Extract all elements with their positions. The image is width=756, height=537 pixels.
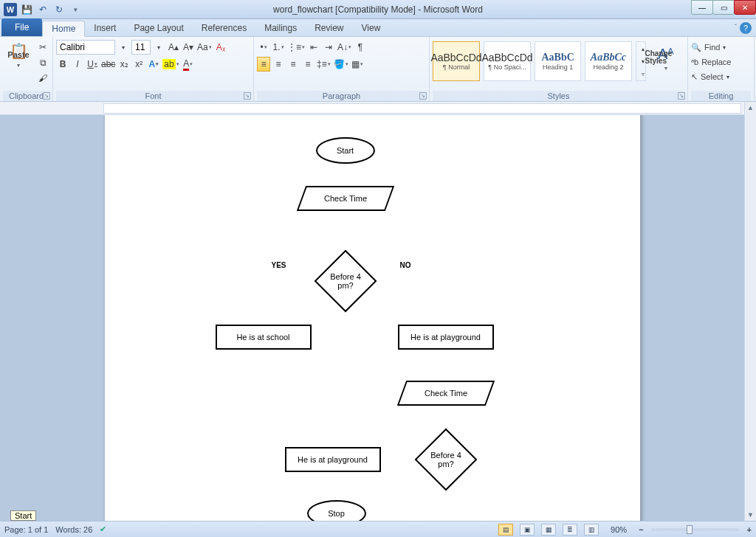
zoom-slider[interactable] [651,528,740,531]
group-label-paragraph: Paragraph [257,91,426,101]
text-effects-icon[interactable]: A [147,57,160,72]
font-size-dd-icon[interactable]: ▾ [152,40,165,55]
view-draft-icon[interactable]: ▥ [584,524,599,536]
tab-insert[interactable]: Insert [85,20,125,36]
format-painter-icon[interactable]: 🖌 [36,71,49,86]
tab-page-layout[interactable]: Page Layout [125,20,192,36]
tab-mailings[interactable]: Mailings [255,20,306,36]
styles-launcher[interactable]: ↘ [678,92,685,100]
terminator-stop: Stop [307,500,366,521]
line-spacing-icon[interactable]: ‡≡ [316,57,331,72]
tab-view[interactable]: View [353,20,390,36]
copy-icon[interactable]: ⧉ [36,55,49,70]
replace-button[interactable]: ᵃbReplace [691,55,731,69]
justify-icon[interactable]: ≡ [301,57,315,72]
numbering-icon[interactable]: 1. [272,40,285,55]
bullets-icon[interactable]: • [257,40,270,55]
font-color-icon[interactable]: A [182,57,195,72]
window-title: word_flowchart [Compatibility Mode] - Mi… [273,4,483,15]
scroll-up-icon[interactable]: ▲ [745,102,756,114]
help-icon[interactable]: ? [740,22,752,34]
select-button[interactable]: ↖Select▾ [691,70,731,83]
zoom-level[interactable]: 90% [611,525,627,534]
document-area: Start Check Time Before 4 pm? YES NO He … [0,115,744,521]
style-name: Heading 2 [593,63,623,71]
cut-icon[interactable]: ✂ [36,40,49,55]
style-heading2[interactable]: AaBbCc Heading 2 [585,41,631,81]
file-tab[interactable]: File [1,18,42,36]
redo-icon[interactable]: ↻ [52,2,66,17]
process-playground-1: He is at playground [398,325,494,350]
qat-customize-icon[interactable]: ▾ [68,2,83,17]
highlight-icon[interactable]: ab [162,57,179,72]
tab-home[interactable]: Home [42,21,85,37]
scroll-down-icon[interactable]: ▼ [745,509,756,521]
multilevel-icon[interactable]: ⋮≡ [286,40,306,55]
process-school: He is at school [216,325,312,350]
change-case-icon[interactable]: Aa [196,40,213,55]
sort-icon[interactable]: A↓ [337,40,352,55]
change-styles-button[interactable]: Aᴬ Change Styles ▾ [648,41,684,72]
decision-before-4pm-2: Before 4 pm? [414,429,477,491]
group-font: Calibri ▾ 11 ▾ A▴ A▾ Aa Aᵪ B I U abc x₂ … [53,37,254,101]
maximize-button[interactable]: ▭ [712,0,735,15]
paragraph-launcher[interactable]: ↘ [419,92,427,100]
vertical-scrollbar[interactable]: ▲ ▼ [744,102,756,521]
view-full-screen-icon[interactable]: ▣ [520,524,535,536]
replace-icon: ᵃb [691,58,698,67]
view-outline-icon[interactable]: ≣ [563,524,577,536]
style-heading1[interactable]: AaBbC Heading 1 [535,41,581,81]
view-web-icon[interactable]: ▦ [541,524,556,536]
status-proofing-icon[interactable]: ✔ [100,524,106,534]
paste-label: Paste [7,50,29,59]
font-name-dd-icon[interactable]: ▾ [117,40,130,55]
align-center-icon[interactable]: ≡ [272,57,285,72]
tab-references[interactable]: References [193,20,255,36]
strike-button[interactable]: abc [100,57,116,72]
minimize-ribbon-icon[interactable]: ˇ [735,24,737,32]
undo-icon[interactable]: ↶ [35,2,50,17]
align-left-icon[interactable]: ≡ [257,57,270,72]
font-size-input[interactable]: 11 [131,40,151,55]
shading-icon[interactable]: 🪣 [333,57,349,72]
group-label-editing: Editing [691,91,751,101]
clipboard-launcher[interactable]: ↘ [43,92,50,100]
paste-button[interactable]: 📋 Paste ▾ [3,38,34,69]
horizontal-ruler[interactable] [0,102,756,115]
view-print-layout-icon[interactable]: ▤ [498,524,513,536]
style-no-spacing[interactable]: AaBbCcDd ¶ No Spaci... [484,41,531,81]
zoom-in-icon[interactable]: + [747,525,752,534]
save-icon[interactable]: 💾 [19,2,34,17]
increase-indent-icon[interactable]: ⇥ [322,40,335,55]
shrink-font-icon[interactable]: A▾ [182,40,195,55]
borders-icon[interactable]: ▦ [351,57,364,72]
find-icon: 🔍 [691,43,701,52]
bold-button[interactable]: B [56,57,69,72]
grow-font-icon[interactable]: A▴ [167,40,180,55]
style-name: ¶ Normal [443,63,470,71]
app-icon: W [3,2,18,17]
style-normal[interactable]: AaBbCcDd ¶ Normal [433,41,480,81]
subscript-button[interactable]: x₂ [117,57,131,72]
superscript-button[interactable]: x² [132,57,145,72]
font-launcher[interactable]: ↘ [244,92,251,100]
status-page[interactable]: Page: 1 of 1 [4,525,48,534]
font-name-input[interactable]: Calibri [56,40,115,55]
tab-review[interactable]: Review [306,20,352,36]
minimize-button[interactable]: — [691,0,713,15]
align-right-icon[interactable]: ≡ [286,57,300,72]
zoom-out-icon[interactable]: − [639,525,643,534]
show-marks-icon[interactable]: ¶ [354,40,367,55]
document-page[interactable]: Start Check Time Before 4 pm? YES NO He … [105,115,640,521]
close-button[interactable]: ✕ [734,0,756,15]
ribbon-tabs: File Home Insert Page Layout References … [0,19,756,37]
decrease-indent-icon[interactable]: ⇤ [307,40,320,55]
find-button[interactable]: 🔍Find▾ [691,41,731,54]
clear-formatting-icon[interactable]: Aᵪ [214,40,227,55]
status-words[interactable]: Words: 26 [55,525,92,534]
underline-button[interactable]: U [86,57,99,72]
label-yes: YES [272,261,286,269]
style-name: ¶ No Spaci... [488,63,526,71]
terminator-start: Start [316,137,375,164]
italic-button[interactable]: I [71,57,84,72]
